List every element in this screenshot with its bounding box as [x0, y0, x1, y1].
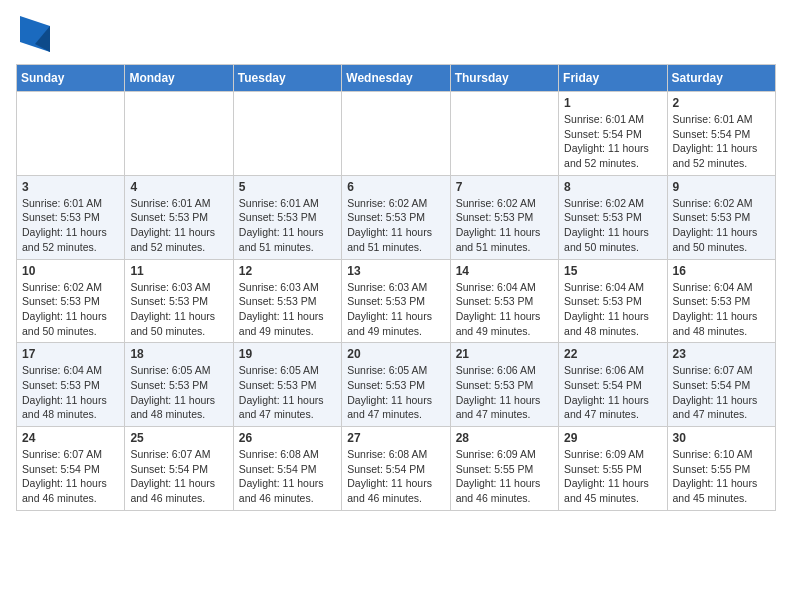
day-info: Sunrise: 6:10 AMSunset: 5:55 PMDaylight:… [673, 447, 770, 506]
calendar-cell: 22Sunrise: 6:06 AMSunset: 5:54 PMDayligh… [559, 343, 667, 427]
calendar-cell: 18Sunrise: 6:05 AMSunset: 5:53 PMDayligh… [125, 343, 233, 427]
day-info: Sunrise: 6:02 AMSunset: 5:53 PMDaylight:… [456, 196, 553, 255]
calendar-week-row: 17Sunrise: 6:04 AMSunset: 5:53 PMDayligh… [17, 343, 776, 427]
logo [16, 16, 50, 52]
day-info: Sunrise: 6:03 AMSunset: 5:53 PMDaylight:… [347, 280, 444, 339]
calendar-cell: 11Sunrise: 6:03 AMSunset: 5:53 PMDayligh… [125, 259, 233, 343]
day-number: 3 [22, 180, 119, 194]
calendar-cell: 4Sunrise: 6:01 AMSunset: 5:53 PMDaylight… [125, 175, 233, 259]
calendar-cell: 19Sunrise: 6:05 AMSunset: 5:53 PMDayligh… [233, 343, 341, 427]
calendar-cell: 21Sunrise: 6:06 AMSunset: 5:53 PMDayligh… [450, 343, 558, 427]
day-info: Sunrise: 6:09 AMSunset: 5:55 PMDaylight:… [564, 447, 661, 506]
calendar-cell [342, 92, 450, 176]
day-number: 23 [673, 347, 770, 361]
calendar-cell: 24Sunrise: 6:07 AMSunset: 5:54 PMDayligh… [17, 427, 125, 511]
day-info: Sunrise: 6:05 AMSunset: 5:53 PMDaylight:… [130, 363, 227, 422]
calendar-cell: 6Sunrise: 6:02 AMSunset: 5:53 PMDaylight… [342, 175, 450, 259]
calendar-cell: 29Sunrise: 6:09 AMSunset: 5:55 PMDayligh… [559, 427, 667, 511]
calendar-cell: 1Sunrise: 6:01 AMSunset: 5:54 PMDaylight… [559, 92, 667, 176]
calendar-week-row: 3Sunrise: 6:01 AMSunset: 5:53 PMDaylight… [17, 175, 776, 259]
weekday-header: Thursday [450, 65, 558, 92]
day-info: Sunrise: 6:06 AMSunset: 5:53 PMDaylight:… [456, 363, 553, 422]
calendar-cell: 9Sunrise: 6:02 AMSunset: 5:53 PMDaylight… [667, 175, 775, 259]
day-number: 10 [22, 264, 119, 278]
day-info: Sunrise: 6:08 AMSunset: 5:54 PMDaylight:… [239, 447, 336, 506]
calendar-cell: 13Sunrise: 6:03 AMSunset: 5:53 PMDayligh… [342, 259, 450, 343]
calendar-cell: 15Sunrise: 6:04 AMSunset: 5:53 PMDayligh… [559, 259, 667, 343]
calendar-cell: 14Sunrise: 6:04 AMSunset: 5:53 PMDayligh… [450, 259, 558, 343]
weekday-header: Saturday [667, 65, 775, 92]
weekday-header: Wednesday [342, 65, 450, 92]
day-number: 29 [564, 431, 661, 445]
calendar-week-row: 1Sunrise: 6:01 AMSunset: 5:54 PMDaylight… [17, 92, 776, 176]
day-info: Sunrise: 6:07 AMSunset: 5:54 PMDaylight:… [130, 447, 227, 506]
day-number: 7 [456, 180, 553, 194]
calendar-cell: 5Sunrise: 6:01 AMSunset: 5:53 PMDaylight… [233, 175, 341, 259]
day-info: Sunrise: 6:04 AMSunset: 5:53 PMDaylight:… [456, 280, 553, 339]
calendar-cell: 28Sunrise: 6:09 AMSunset: 5:55 PMDayligh… [450, 427, 558, 511]
page-header [16, 16, 776, 52]
day-number: 11 [130, 264, 227, 278]
day-info: Sunrise: 6:04 AMSunset: 5:53 PMDaylight:… [564, 280, 661, 339]
day-info: Sunrise: 6:04 AMSunset: 5:53 PMDaylight:… [673, 280, 770, 339]
day-info: Sunrise: 6:02 AMSunset: 5:53 PMDaylight:… [347, 196, 444, 255]
day-info: Sunrise: 6:04 AMSunset: 5:53 PMDaylight:… [22, 363, 119, 422]
calendar-table: SundayMondayTuesdayWednesdayThursdayFrid… [16, 64, 776, 511]
calendar-cell: 2Sunrise: 6:01 AMSunset: 5:54 PMDaylight… [667, 92, 775, 176]
weekday-header: Sunday [17, 65, 125, 92]
day-number: 30 [673, 431, 770, 445]
day-info: Sunrise: 6:03 AMSunset: 5:53 PMDaylight:… [130, 280, 227, 339]
day-info: Sunrise: 6:08 AMSunset: 5:54 PMDaylight:… [347, 447, 444, 506]
day-info: Sunrise: 6:01 AMSunset: 5:54 PMDaylight:… [564, 112, 661, 171]
day-number: 2 [673, 96, 770, 110]
day-number: 18 [130, 347, 227, 361]
calendar-cell: 26Sunrise: 6:08 AMSunset: 5:54 PMDayligh… [233, 427, 341, 511]
day-info: Sunrise: 6:02 AMSunset: 5:53 PMDaylight:… [22, 280, 119, 339]
day-number: 17 [22, 347, 119, 361]
calendar-cell [233, 92, 341, 176]
day-info: Sunrise: 6:01 AMSunset: 5:53 PMDaylight:… [239, 196, 336, 255]
day-number: 4 [130, 180, 227, 194]
day-info: Sunrise: 6:02 AMSunset: 5:53 PMDaylight:… [673, 196, 770, 255]
day-info: Sunrise: 6:03 AMSunset: 5:53 PMDaylight:… [239, 280, 336, 339]
calendar-cell: 27Sunrise: 6:08 AMSunset: 5:54 PMDayligh… [342, 427, 450, 511]
day-number: 26 [239, 431, 336, 445]
day-info: Sunrise: 6:05 AMSunset: 5:53 PMDaylight:… [347, 363, 444, 422]
calendar-cell: 8Sunrise: 6:02 AMSunset: 5:53 PMDaylight… [559, 175, 667, 259]
day-info: Sunrise: 6:01 AMSunset: 5:53 PMDaylight:… [22, 196, 119, 255]
day-number: 28 [456, 431, 553, 445]
day-number: 25 [130, 431, 227, 445]
day-number: 22 [564, 347, 661, 361]
day-info: Sunrise: 6:09 AMSunset: 5:55 PMDaylight:… [456, 447, 553, 506]
weekday-header: Monday [125, 65, 233, 92]
day-number: 21 [456, 347, 553, 361]
calendar-cell: 16Sunrise: 6:04 AMSunset: 5:53 PMDayligh… [667, 259, 775, 343]
day-number: 27 [347, 431, 444, 445]
day-number: 24 [22, 431, 119, 445]
calendar-week-row: 10Sunrise: 6:02 AMSunset: 5:53 PMDayligh… [17, 259, 776, 343]
calendar-header-row: SundayMondayTuesdayWednesdayThursdayFrid… [17, 65, 776, 92]
day-number: 1 [564, 96, 661, 110]
calendar-cell [17, 92, 125, 176]
day-number: 12 [239, 264, 336, 278]
day-info: Sunrise: 6:02 AMSunset: 5:53 PMDaylight:… [564, 196, 661, 255]
day-number: 5 [239, 180, 336, 194]
calendar-cell: 10Sunrise: 6:02 AMSunset: 5:53 PMDayligh… [17, 259, 125, 343]
day-info: Sunrise: 6:01 AMSunset: 5:53 PMDaylight:… [130, 196, 227, 255]
logo-icon [20, 16, 50, 52]
calendar-cell [125, 92, 233, 176]
day-info: Sunrise: 6:07 AMSunset: 5:54 PMDaylight:… [22, 447, 119, 506]
day-number: 9 [673, 180, 770, 194]
day-number: 19 [239, 347, 336, 361]
calendar-cell: 12Sunrise: 6:03 AMSunset: 5:53 PMDayligh… [233, 259, 341, 343]
day-info: Sunrise: 6:06 AMSunset: 5:54 PMDaylight:… [564, 363, 661, 422]
day-number: 13 [347, 264, 444, 278]
day-info: Sunrise: 6:07 AMSunset: 5:54 PMDaylight:… [673, 363, 770, 422]
calendar-cell: 17Sunrise: 6:04 AMSunset: 5:53 PMDayligh… [17, 343, 125, 427]
day-number: 15 [564, 264, 661, 278]
calendar-cell: 3Sunrise: 6:01 AMSunset: 5:53 PMDaylight… [17, 175, 125, 259]
calendar-cell: 23Sunrise: 6:07 AMSunset: 5:54 PMDayligh… [667, 343, 775, 427]
day-number: 6 [347, 180, 444, 194]
day-number: 14 [456, 264, 553, 278]
day-info: Sunrise: 6:01 AMSunset: 5:54 PMDaylight:… [673, 112, 770, 171]
